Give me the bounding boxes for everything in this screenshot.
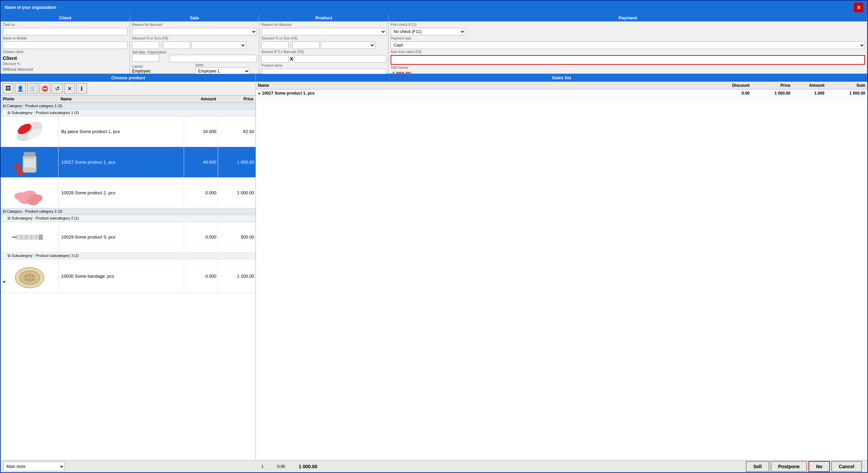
sales-item-sum: 1 000.00: [824, 91, 865, 96]
sales-col-discount-header: Discount: [709, 83, 750, 88]
bottom-left: Main store: [3, 462, 259, 471]
capsule-red-icon: [11, 119, 48, 144]
cancel-button[interactable]: Cancel: [831, 461, 862, 472]
product-name: By piece Some product 1, pcs: [59, 116, 184, 147]
product-discount-sum[interactable]: 0.00: [292, 42, 320, 49]
odd-money-label: Odd money: [391, 66, 865, 69]
product-table-header: Photo Name Amount Price: [1, 96, 256, 103]
sales-item-discount: 0.00: [709, 91, 750, 96]
bandage-icon: [11, 261, 48, 291]
svg-rect-4: [24, 152, 35, 156]
product-photo: [1, 116, 59, 147]
product-discount-type[interactable]: [321, 42, 375, 49]
amount-input[interactable]: 1.000: [261, 55, 289, 63]
window-title: Name of your organization: [5, 5, 56, 10]
sale-discount-type[interactable]: [192, 42, 246, 49]
client-discount-value: Without discount: [3, 67, 128, 72]
image-btn[interactable]: 🖼: [3, 83, 14, 94]
svg-rect-8: [24, 159, 35, 167]
sale-reason-select[interactable]: [132, 28, 257, 35]
sale-discount-label: Discount % or Sum (F6): [132, 36, 257, 40]
sales-list-body: ► 10027 Some product 1, pcs 0.00 1 000.0…: [256, 89, 867, 460]
product-reason-select[interactable]: [261, 28, 386, 35]
product-discount-label: Discount % or Sum (F6): [261, 36, 386, 40]
product-price: 500.00: [218, 222, 256, 252]
print-check-label: Print check (F11): [391, 23, 865, 27]
main-window: Name of your organization ✕ Client Card …: [0, 0, 868, 473]
svg-point-5: [16, 168, 23, 172]
product-name: 10029 Some product 3, pcs: [59, 222, 184, 252]
payment-panel: Payment Print check (F11) No check (F11)…: [389, 14, 867, 74]
close-button[interactable]: ✕: [854, 3, 863, 12]
sale-discount-sum[interactable]: 0.00: [163, 42, 190, 49]
toolbar: 🖼 👤 🛒 ⛔ ↺ ✕ ℹ: [1, 82, 256, 96]
info-btn[interactable]: ℹ: [76, 83, 87, 94]
payment-type-label: Payment type: [391, 36, 865, 40]
refresh-btn[interactable]: ↺: [52, 83, 63, 94]
product-name: 10030 Some bandage, pcs: [59, 259, 184, 293]
cart-btn[interactable]: 🛒: [27, 83, 38, 94]
barcode-input[interactable]: 0000000000000: [294, 55, 386, 63]
product-photo: [1, 259, 59, 293]
product-amount: 0.000: [184, 222, 218, 252]
left-panel: Choose product 🖼 👤 🛒 ⛔ ↺ ✕ ℹ Photo Name …: [1, 74, 256, 460]
sale-panel: Sale Reason for discount Discount % or S…: [130, 14, 259, 74]
col-price-header: Price: [216, 97, 253, 101]
delete-btn[interactable]: ✕: [64, 83, 75, 94]
sales-item-price: 1 000.00: [750, 91, 790, 96]
action-buttons: Sell Postpone No Cancel: [746, 461, 862, 472]
person-btn[interactable]: 👤: [15, 83, 26, 94]
svg-point-7: [17, 171, 24, 175]
no-button[interactable]: No: [808, 461, 830, 472]
svg-point-32: [32, 279, 34, 281]
sale-discount-pct[interactable]: 0.00: [132, 42, 159, 49]
bottom-totals: 1 0.00 1 000.00: [261, 464, 317, 469]
bottom-right: 1 0.00 1 000.00 Sell Postpone No Cancel: [259, 461, 865, 472]
scroll-left-arrow: ◄: [1, 279, 6, 284]
list-item[interactable]: 10030 Some bandage, pcs 0.000 1 200.00: [1, 259, 256, 293]
client-panel-header: Client: [1, 14, 130, 21]
svg-rect-15: [39, 234, 43, 240]
store-select[interactable]: Main store: [3, 462, 65, 471]
card-no-input[interactable]: [3, 28, 128, 35]
sales-list-item[interactable]: ► 10027 Some product 1, pcs 0.00 1 000.0…: [256, 89, 867, 97]
sale-reason-label: Reason for discount: [132, 23, 257, 27]
list-item[interactable]: 10028 Some product 2, pcs 0.000 2 000.00: [1, 178, 256, 208]
sales-col-name-header: Name: [258, 83, 709, 88]
sell-date-input[interactable]: 14.12.2: [132, 54, 159, 62]
svg-point-13: [27, 198, 39, 205]
name-mobile-input[interactable]: [3, 42, 128, 49]
x-label: X: [290, 56, 293, 62]
svg-point-30: [25, 279, 27, 281]
row-arrow: ►: [258, 92, 262, 95]
org-input[interactable]: Legal name: [169, 55, 257, 62]
product-photo: [1, 147, 59, 177]
product-info-panel: Product Reason for discount Discount % o…: [259, 14, 389, 74]
subcategory-row: ⊟ Subcategory : Product subcategory 1 (3…: [1, 110, 256, 116]
syringe-icon: [11, 224, 48, 251]
chosen-client-value: Client: [3, 55, 128, 61]
sum-from-client-input[interactable]: 0.00: [391, 55, 865, 65]
page-number: 1: [261, 464, 264, 469]
product-price: 1 200.00: [218, 259, 256, 293]
casher-value: Employee:: [132, 69, 194, 74]
postpone-button[interactable]: Postpone: [771, 461, 807, 472]
product-amount: 16.000: [184, 116, 218, 147]
product-name: 10027 Some product 1, pcs: [59, 147, 184, 177]
name-mobile-label: Name or Mobile: [3, 36, 128, 40]
svg-point-31: [29, 280, 30, 281]
subcategory-row: ⊟ Subcategory : Product subcategory 3 (2…: [1, 252, 256, 259]
payment-type-select[interactable]: Cash: [391, 42, 865, 49]
title-bar: Name of your organization ✕: [1, 1, 867, 14]
list-item[interactable]: 10029 Some product 3, pcs 0.000 500.00: [1, 222, 256, 252]
product-discount-pct[interactable]: 0.00: [261, 42, 289, 49]
stop-btn[interactable]: ⛔: [39, 83, 50, 94]
list-item[interactable]: 10027 Some product 1, pcs 40.000 1 000.0…: [1, 147, 256, 178]
sell-button[interactable]: Sell: [746, 461, 769, 472]
svg-point-28: [29, 274, 30, 276]
product-reason-label: Reason for discount: [261, 23, 386, 27]
product-list: ◄ ⊟ Category : Product category 1 (3) ⊟ …: [1, 103, 256, 460]
top-section: Client Card no. Name or Mobile Chosen cl…: [1, 14, 867, 74]
print-check-select[interactable]: No check (F11): [391, 28, 465, 35]
list-item[interactable]: By piece Some product 1, pcs 16.000 62.5…: [1, 116, 256, 147]
